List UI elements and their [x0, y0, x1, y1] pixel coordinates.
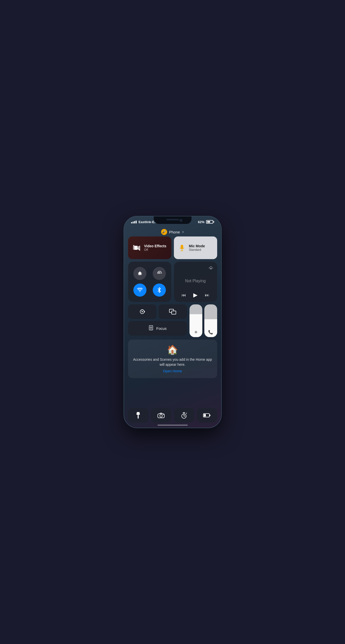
camera-button[interactable] [151, 408, 171, 423]
home-section-text: Accessories and Scenes you add in the Ho… [132, 357, 213, 367]
phone-device: Eastlink-EXT6 📶 62% 🎤 Phone > [124, 216, 222, 428]
focus-icon [148, 325, 154, 332]
sliders-col: ✳ 📞 [189, 304, 217, 337]
svg-rect-17 [150, 329, 152, 330]
svg-point-16 [150, 327, 152, 328]
mic-indicator-icon: 🎤 [161, 229, 167, 235]
mic-mode-icon [178, 244, 186, 252]
np-top [178, 265, 213, 270]
mic-mode-title: Mic Mode [189, 244, 205, 248]
svg-rect-19 [138, 415, 139, 419]
flashlight-button[interactable] [128, 408, 148, 423]
now-playing-tile[interactable]: Not Playing ⏮ ▶ ⏭ [174, 262, 217, 302]
svg-line-28 [186, 413, 187, 414]
now-playing-status: Not Playing [178, 279, 213, 283]
bottom-controls: Focus ✳ 📞 [128, 304, 217, 337]
video-effects-subtitle: Off [144, 248, 166, 252]
mic-mode-tile[interactable]: Mic Mode Standard [174, 236, 217, 259]
battery-icon [206, 220, 214, 224]
battery-fill [207, 221, 210, 223]
volume-icon: 📞 [208, 330, 213, 335]
focus-button[interactable]: Focus [128, 321, 187, 336]
battery-shortcut-button[interactable] [197, 408, 217, 423]
mic-mode-text: Mic Mode Standard [189, 244, 205, 252]
middle-row: Not Playing ⏮ ▶ ⏭ [128, 262, 217, 302]
volume-slider[interactable]: 📞 [204, 304, 217, 337]
orientation-lock-button[interactable] [128, 304, 157, 319]
svg-rect-31 [209, 415, 210, 416]
svg-rect-4 [181, 245, 183, 249]
chevron-icon: > [182, 230, 184, 234]
signal-bar-2 [133, 222, 134, 223]
np-controls: ⏮ ▶ ⏭ [178, 292, 213, 298]
control-center: Video Effects Off Mic Mode [128, 236, 217, 408]
phone-screen: Eastlink-EXT6 📶 62% 🎤 Phone > [124, 216, 221, 428]
front-camera [179, 219, 182, 222]
video-effects-icon [132, 243, 141, 252]
left-controls: Focus [128, 304, 187, 337]
speaker-grill [166, 219, 179, 220]
svg-rect-13 [172, 311, 176, 314]
bluetooth-button[interactable] [153, 284, 166, 297]
svg-marker-10 [144, 311, 145, 313]
svg-point-7 [159, 273, 160, 274]
airplane-mode-button[interactable] [133, 267, 146, 280]
signal-bars [131, 221, 137, 223]
phone-indicator-label: Phone [169, 230, 180, 234]
wifi-button[interactable] [133, 284, 146, 297]
home-app-icon: 🏠 [167, 345, 178, 355]
cellular-button[interactable] [153, 267, 166, 280]
signal-bar-3 [134, 221, 135, 223]
home-section: 🏠 Accessories and Scenes you add in the … [128, 340, 217, 378]
svg-rect-8 [210, 268, 212, 269]
svg-point-22 [163, 414, 164, 415]
svg-point-11 [142, 311, 143, 312]
svg-marker-18 [136, 412, 140, 415]
icon-row [128, 304, 187, 319]
airplay-icon[interactable] [209, 265, 213, 270]
phone-indicator[interactable]: 🎤 Phone > [161, 229, 184, 235]
svg-point-21 [160, 415, 162, 417]
screen-mirror-button[interactable] [159, 304, 187, 319]
signal-bar-1 [131, 222, 132, 223]
signal-bar-4 [136, 221, 137, 223]
mic-mode-subtitle: Standard [189, 248, 205, 252]
bottom-shortcuts [128, 408, 217, 423]
status-right: 62% [198, 220, 214, 224]
open-home-link[interactable]: Open Home [163, 369, 182, 373]
play-pause-button[interactable]: ▶ [193, 292, 198, 298]
previous-track-button[interactable]: ⏮ [181, 293, 186, 298]
timer-button[interactable] [174, 408, 194, 423]
focus-label: Focus [156, 326, 167, 331]
battery-body [206, 220, 213, 224]
svg-rect-30 [204, 414, 206, 417]
brightness-slider[interactable]: ✳ [189, 304, 202, 337]
notch [154, 216, 191, 224]
next-track-button[interactable]: ⏭ [205, 293, 209, 298]
battery-percent: 62% [198, 220, 204, 224]
battery-tip [213, 221, 214, 223]
network-tile [128, 262, 171, 302]
video-effects-tile[interactable]: Video Effects Off [128, 236, 171, 259]
home-indicator [158, 425, 188, 426]
brightness-icon: ✳ [194, 330, 198, 335]
video-effects-text: Video Effects Off [144, 244, 166, 252]
video-effects-title: Video Effects [144, 244, 166, 248]
top-row: Video Effects Off Mic Mode [128, 236, 217, 259]
